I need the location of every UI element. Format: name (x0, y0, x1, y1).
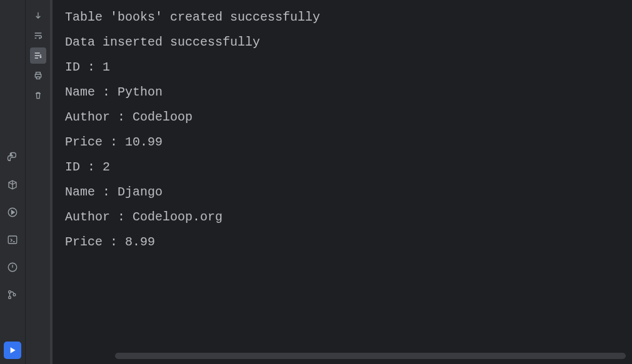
svg-point-5 (9, 297, 11, 299)
down-arrow-icon[interactable] (30, 7, 46, 24)
scroll-to-end-icon[interactable] (30, 47, 46, 64)
output-line: Author : Codeloop (65, 105, 632, 130)
git-icon[interactable] (5, 287, 20, 302)
output-line: Price : 8.99 (65, 230, 632, 255)
services-icon[interactable] (5, 205, 20, 220)
output-line: Data inserted successfully (65, 30, 632, 55)
output-line: ID : 1 (65, 55, 632, 80)
output-line: Price : 10.99 (65, 130, 632, 155)
run-icon[interactable] (4, 342, 21, 359)
trash-icon[interactable] (30, 87, 46, 104)
problems-icon[interactable] (5, 260, 20, 275)
svg-point-0 (11, 154, 12, 155)
output-line: Name : Python (65, 80, 632, 105)
output-line: Table 'books' created successfully (65, 5, 632, 30)
svg-rect-2 (8, 236, 17, 243)
output-line: ID : 2 (65, 155, 632, 180)
python-packages-icon[interactable] (5, 177, 20, 192)
tool-window-bar (0, 0, 25, 364)
output-toolbar (25, 0, 50, 364)
output-panel: Table 'books' created successfully Data … (50, 0, 632, 364)
terminal-icon[interactable] (5, 232, 20, 247)
console-output[interactable]: Table 'books' created successfully Data … (53, 0, 632, 364)
horizontal-scrollbar[interactable] (115, 353, 626, 359)
output-line: Name : Django (65, 180, 632, 205)
print-icon[interactable] (30, 67, 46, 84)
svg-point-4 (9, 291, 11, 293)
soft-wrap-icon[interactable] (30, 27, 46, 44)
python-console-icon[interactable] (5, 150, 20, 165)
output-line: Author : Codeloop.org (65, 205, 632, 230)
